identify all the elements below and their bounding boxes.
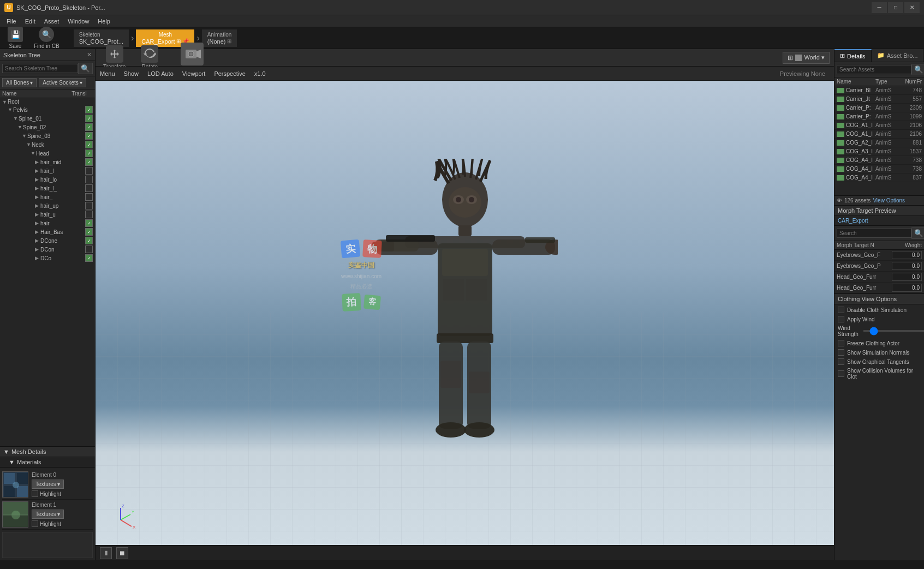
highlight-checkbox-0[interactable] — [32, 490, 38, 497]
asset-item-7[interactable]: COG_A3_I AnimS 1537 — [834, 147, 924, 156]
mesh-details-header[interactable]: ▼ Mesh Details — [0, 447, 95, 457]
pause-button[interactable]: ⏸ — [100, 547, 112, 559]
filter-active-sockets[interactable]: Active Sockets ▾ — [39, 78, 86, 87]
clothing-title[interactable]: Clothing View Options — [834, 294, 924, 304]
skeleton-search-button[interactable]: 🔍 — [78, 63, 93, 74]
tree-item-dcone[interactable]: ▶ DCone ✓ — [0, 236, 95, 245]
tree-item-hair-u[interactable]: ▶ hair_u — [0, 210, 95, 219]
stop-button[interactable]: ⏹ — [116, 547, 128, 559]
materials-header[interactable]: ▼ Materials — [0, 457, 95, 468]
checkbox-dcone[interactable]: ✓ — [85, 237, 93, 244]
element1-textures-btn[interactable]: Textures ▾ — [32, 510, 64, 519]
tree-item-hair-bas[interactable]: ▶ Hair_Bas ✓ — [0, 227, 95, 236]
checkbox-hair2[interactable] — [85, 193, 93, 201]
morph-title[interactable]: Morph Target Preview — [834, 206, 924, 216]
asset-item-3[interactable]: Carrier_P: AnimS 1099 — [834, 112, 924, 121]
find-in-cb-button[interactable]: 🔍 Find in CB — [31, 25, 63, 51]
tab-details[interactable]: ⊞ Details — [834, 49, 872, 62]
tree-item-dcon[interactable]: ▶ DCon — [0, 245, 95, 254]
material-thumb-0[interactable] — [2, 471, 28, 498]
world-button[interactable]: ⊞ World ▾ — [783, 52, 830, 64]
tree-item-hair-l2[interactable]: ▶ hair_l_ — [0, 184, 95, 193]
checkbox-head[interactable]: ✓ — [85, 149, 93, 157]
tree-item-hair-l[interactable]: ▶ hair_l — [0, 166, 95, 175]
wind-strength-slider[interactable] — [863, 330, 924, 332]
element0-textures-btn[interactable]: Textures ▾ — [32, 480, 64, 489]
asset-item-6[interactable]: COG_A2_I AnimS 881 — [834, 139, 924, 147]
checkbox-hair-mid[interactable]: ✓ — [85, 158, 93, 166]
tab-asset-browser[interactable]: 📁 Asset Bro... — [872, 49, 924, 62]
viewport-canvas[interactable]: 实 物 实鉴中国 www.shijian.com 精品必选 拍 客 X — [96, 81, 834, 545]
skeleton-tree-area[interactable]: ▼ Root ▼ Pelvis ✓ ▼ Spine_01 ✓ ▼ Spine_0… — [0, 98, 95, 446]
checkbox-hair-l2[interactable] — [85, 184, 93, 192]
checkbox-pelvis[interactable]: ✓ — [85, 106, 93, 113]
assets-search-input[interactable] — [837, 65, 911, 74]
checkbox-hair-u[interactable] — [85, 211, 93, 218]
tree-item-pelvis[interactable]: ▼ Pelvis ✓ — [0, 105, 95, 114]
tree-item-hair-mid[interactable]: ▶ hair_mid ✓ — [0, 158, 95, 166]
tree-item-hair-lo[interactable]: ▶ hair_lo — [0, 175, 95, 184]
vp-menu-perspective[interactable]: Perspective — [214, 70, 245, 77]
morph-search-input[interactable] — [837, 229, 911, 238]
skeleton-search-input[interactable] — [2, 64, 78, 73]
asset-item-8[interactable]: COG_A4_I AnimS 738 — [834, 156, 924, 165]
vp-menu-show[interactable]: Show — [124, 70, 139, 77]
show-collision-checkbox[interactable] — [838, 370, 844, 377]
asset-item-10[interactable]: COG_A4_I AnimS 837 — [834, 173, 924, 182]
morph-weight-0[interactable] — [892, 251, 922, 259]
disable-cloth-checkbox[interactable] — [838, 307, 844, 313]
checkbox-neck[interactable]: ✓ — [85, 141, 93, 148]
checkbox-dco[interactable]: ✓ — [85, 254, 93, 262]
morph-search-button[interactable]: 🔍 — [911, 227, 924, 239]
tree-item-hair-up[interactable]: ▶ hair_up — [0, 201, 95, 210]
checkbox-hair-l[interactable] — [85, 167, 93, 175]
morph-weight-1[interactable] — [892, 262, 922, 270]
checkbox-spine02[interactable]: ✓ — [85, 123, 93, 131]
tree-item-neck[interactable]: ▼ Neck ✓ — [0, 140, 95, 149]
vp-menu-viewport[interactable]: Viewport — [182, 70, 206, 77]
assets-search-button[interactable]: 🔍 — [911, 64, 924, 75]
asset-item-2[interactable]: Carrier_P: AnimS 2309 — [834, 104, 924, 112]
morph-weight-2[interactable] — [892, 273, 922, 281]
checkbox-spine01[interactable]: ✓ — [85, 115, 93, 122]
material-thumb-2[interactable] — [2, 532, 93, 558]
view-options-label[interactable]: View Options — [873, 197, 905, 203]
show-graph-tangents-checkbox[interactable] — [838, 358, 844, 365]
highlight-checkbox-1[interactable] — [32, 520, 38, 527]
vp-menu-menu[interactable]: Menu — [100, 70, 115, 77]
filter-all-bones[interactable]: All Bones ▾ — [2, 78, 37, 87]
asset-item-5[interactable]: COG_A1_I AnimS 2106 — [834, 130, 924, 139]
tree-item-hair2[interactable]: ▶ hair_ — [0, 193, 95, 201]
tree-item-dco[interactable]: ▶ DCo ✓ — [0, 254, 95, 262]
vp-menu-lod[interactable]: LOD Auto — [147, 70, 174, 77]
checkbox-dcon[interactable] — [85, 245, 93, 253]
tree-item-root[interactable]: ▼ Root — [0, 98, 95, 105]
maximize-button[interactable]: □ — [888, 2, 903, 13]
tree-item-spine02[interactable]: ▼ Spine_02 ✓ — [0, 123, 95, 131]
apply-wind-checkbox[interactable] — [838, 316, 844, 322]
tree-item-hair3[interactable]: ▶ hair ✓ — [0, 219, 95, 227]
checkbox-hair3[interactable]: ✓ — [85, 219, 93, 227]
save-button[interactable]: 💾 Save — [4, 25, 26, 51]
minimize-button[interactable]: ─ — [872, 2, 887, 13]
menu-help[interactable]: Help — [93, 17, 115, 26]
checkbox-hair-up[interactable] — [85, 202, 93, 209]
asset-item-9[interactable]: COG_A4_I AnimS 738 — [834, 165, 924, 173]
checkbox-spine03[interactable]: ✓ — [85, 132, 93, 140]
material-thumb-1[interactable] — [2, 501, 28, 528]
skeleton-tree-close[interactable]: ✕ — [87, 51, 92, 58]
menu-window[interactable]: Window — [63, 17, 93, 26]
checkbox-hair-lo[interactable] — [85, 176, 93, 183]
freeze-clothing-checkbox[interactable] — [838, 340, 844, 346]
asset-item-4[interactable]: COG_A1_I AnimS 2106 — [834, 121, 924, 130]
vp-menu-zoom[interactable]: x1.0 — [254, 70, 266, 77]
tree-item-spine03[interactable]: ▼ Spine_03 ✓ — [0, 131, 95, 140]
checkbox-hair-bas[interactable]: ✓ — [85, 228, 93, 236]
show-sim-normals-checkbox[interactable] — [838, 349, 844, 356]
morph-weight-3[interactable] — [892, 284, 922, 292]
tree-item-head[interactable]: ▼ Head ✓ — [0, 149, 95, 158]
asset-item-1[interactable]: Carrier_Jt AnimS 557 — [834, 95, 924, 104]
close-button[interactable]: ✕ — [904, 2, 920, 13]
asset-item-0[interactable]: Carrier_Bl AnimS 748 — [834, 86, 924, 95]
tree-item-spine01[interactable]: ▼ Spine_01 ✓ — [0, 114, 95, 123]
